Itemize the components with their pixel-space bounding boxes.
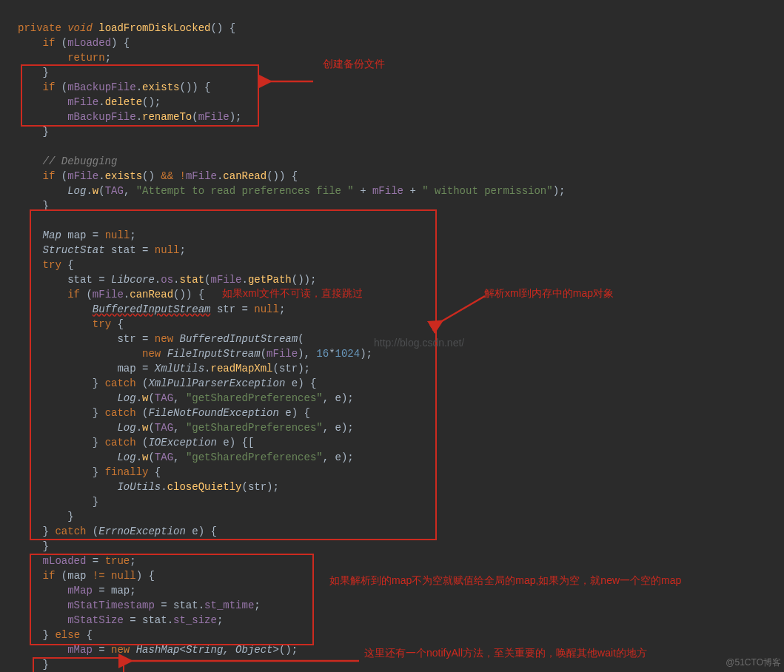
t: ()) { bbox=[267, 170, 298, 182]
t: () { bbox=[210, 22, 235, 34]
t: ; bbox=[105, 52, 111, 64]
t: ( bbox=[55, 37, 67, 49]
kw: if bbox=[43, 170, 56, 182]
t: ( bbox=[55, 170, 67, 182]
arrow-parse-icon bbox=[437, 292, 489, 329]
not: ! bbox=[180, 170, 186, 182]
annot-map-assign: 如果解析到的map不为空就赋值给全局的map,如果为空，就new一个空的map bbox=[329, 574, 681, 588]
cls: HashMap<String, Object> bbox=[136, 644, 279, 656]
svg-line-1 bbox=[440, 296, 485, 322]
t: . bbox=[98, 170, 104, 182]
fld: TAG bbox=[105, 185, 124, 197]
t: + bbox=[354, 185, 372, 197]
arrow-notifyall-icon bbox=[126, 655, 363, 667]
annotation-box-map bbox=[30, 554, 314, 645]
t: () bbox=[142, 170, 161, 182]
t: ) { bbox=[111, 37, 130, 49]
kw: if bbox=[43, 37, 56, 49]
method-name: loadFromDiskLocked bbox=[98, 22, 210, 34]
t: (); bbox=[279, 644, 298, 656]
mth: w bbox=[93, 185, 98, 197]
watermark-51cto: @51CTO博客 bbox=[726, 656, 781, 669]
t: , bbox=[124, 185, 136, 197]
str: "Attempt to read preferences file " bbox=[136, 185, 354, 197]
t: ); bbox=[553, 185, 566, 197]
kw-private: private bbox=[18, 22, 61, 34]
annot-xml-unread: 如果xml文件不可读，直接跳过 bbox=[222, 287, 363, 300]
arrow-backup-icon bbox=[265, 74, 317, 89]
annot-backup-text: 创建备份文件 bbox=[323, 58, 385, 71]
annotation-box-backup bbox=[21, 64, 259, 127]
str: " without permission" bbox=[422, 185, 552, 197]
fld: mFile bbox=[186, 170, 217, 182]
cls: Log bbox=[67, 185, 86, 197]
t: . bbox=[86, 185, 92, 197]
watermark-csdn: http://blog.csdn.net/ bbox=[374, 337, 464, 349]
fld: mFile bbox=[67, 170, 98, 182]
fld: mFile bbox=[372, 185, 403, 197]
kw: return bbox=[67, 52, 104, 64]
fld: mMap bbox=[67, 644, 93, 656]
mth: canRead bbox=[223, 170, 267, 182]
t: + bbox=[403, 185, 422, 197]
annot-parse-xml: 解析xml到内存中的map对象 bbox=[484, 287, 614, 300]
t: } bbox=[43, 540, 49, 552]
kw-void: void bbox=[67, 22, 93, 34]
mth: exists bbox=[105, 170, 142, 182]
op: && bbox=[161, 170, 173, 182]
fld: mLoaded bbox=[67, 37, 111, 49]
annot-notifyall: 这里还有一个notifyAll方法，至关重要的，唤醒其他wait的地方 bbox=[364, 647, 647, 660]
kw: new bbox=[111, 644, 130, 656]
t: = bbox=[93, 644, 111, 656]
comment: // Debugging bbox=[43, 155, 118, 167]
annotation-box-notifyall bbox=[33, 657, 124, 672]
t: ( bbox=[98, 185, 104, 197]
annotation-box-parse bbox=[30, 209, 437, 540]
t: } bbox=[43, 126, 49, 138]
